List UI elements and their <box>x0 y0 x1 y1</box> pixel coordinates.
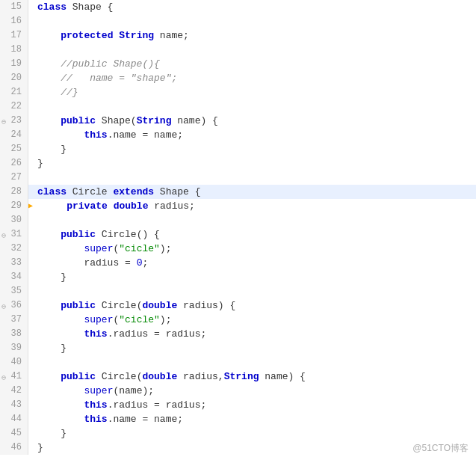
code-content: super("cicle"); <box>28 313 476 327</box>
code-row: 30 <box>0 213 476 227</box>
code-content <box>28 355 476 369</box>
line-number: 35 <box>0 284 28 298</box>
code-content: public Circle(double radius,String name)… <box>28 369 476 384</box>
line-number: 21 <box>0 85 28 99</box>
code-content: //} <box>28 85 476 99</box>
code-row: ⊖36 public Circle(double radius) { <box>0 298 476 313</box>
line-number: ⊖23 <box>0 114 28 128</box>
line-number: 24 <box>0 128 28 142</box>
code-row: 42 super(name); <box>0 384 476 398</box>
code-content <box>28 171 476 185</box>
code-row: 24 this.name = name; <box>0 128 476 142</box>
code-content: //public Shape(){ <box>28 57 476 71</box>
code-content: public Circle(double radius) { <box>28 298 476 313</box>
code-row: 25 } <box>0 142 476 156</box>
code-content: this.radius = radius; <box>28 327 476 341</box>
line-number: 16 <box>0 14 28 28</box>
line-number: 20 <box>0 71 28 85</box>
code-content: // name = "shape"; <box>28 71 476 85</box>
line-number: 28 <box>0 185 28 199</box>
code-content: } <box>28 270 476 284</box>
line-number: 37 <box>0 313 28 327</box>
line-number: 38 <box>0 327 28 341</box>
code-content: public Shape(String name) { <box>28 114 476 128</box>
line-number: 15 <box>0 0 28 14</box>
code-row: ⊖41 public Circle(double radius,String n… <box>0 369 476 384</box>
line-number: 17 <box>0 28 28 43</box>
code-content: } <box>28 142 476 156</box>
code-row: 28class Circle extends Shape { <box>0 185 476 199</box>
line-number: ⊖31 <box>0 227 28 242</box>
code-content <box>28 284 476 298</box>
line-number: 26 <box>0 156 28 171</box>
code-row: 27 <box>0 171 476 185</box>
code-content <box>28 14 476 28</box>
line-number: 42 <box>0 384 28 398</box>
code-row: ⊖31 public Circle() { <box>0 227 476 242</box>
line-number: ⊖36 <box>0 298 28 313</box>
code-content: super(name); <box>28 384 476 398</box>
code-row: 43 this.radius = radius; <box>0 398 476 412</box>
code-row: 19 //public Shape(){ <box>0 57 476 71</box>
code-content: this.name = name; <box>28 412 476 426</box>
code-row: 18 <box>0 43 476 57</box>
code-row: 33 radius = 0; <box>0 256 476 270</box>
code-row: 26} <box>0 156 476 171</box>
line-number: 22 <box>0 99 28 114</box>
code-row: 37 super("cicle"); <box>0 313 476 327</box>
code-row: 17 protected String name; <box>0 28 476 43</box>
line-number: 46 <box>0 441 28 455</box>
code-row: 32 super("cicle"); <box>0 242 476 256</box>
line-number: 32 <box>0 242 28 256</box>
code-row: 45 } <box>0 426 476 441</box>
code-row: 22 <box>0 99 476 114</box>
line-number: 33 <box>0 256 28 270</box>
code-content: protected String name; <box>28 28 476 43</box>
line-number: 45 <box>0 426 28 441</box>
code-row: 15class Shape { <box>0 0 476 14</box>
code-row: 44 this.name = name; <box>0 412 476 426</box>
code-row: 38 this.radius = radius; <box>0 327 476 341</box>
code-content <box>28 213 476 227</box>
arrow-indicator: ▶ <box>28 199 33 213</box>
code-content <box>28 43 476 57</box>
code-row: 40 <box>0 355 476 369</box>
code-row: 16 <box>0 14 476 28</box>
line-number: 34 <box>0 270 28 284</box>
code-content: public Circle() { <box>28 227 476 242</box>
code-content: super("cicle"); <box>28 242 476 256</box>
code-content: private double radius; <box>28 199 476 213</box>
line-number: ⊖41 <box>0 369 28 384</box>
code-content: radius = 0; <box>28 256 476 270</box>
code-row: 34 } <box>0 270 476 284</box>
code-row: 29▶ private double radius; <box>0 199 476 213</box>
line-number: 25 <box>0 142 28 156</box>
code-row: 46} <box>0 441 476 455</box>
code-content: } <box>28 341 476 355</box>
code-content: } <box>28 441 476 455</box>
code-row: 20 // name = "shape"; <box>0 71 476 85</box>
line-number: 44 <box>0 412 28 426</box>
line-number: 27 <box>0 171 28 185</box>
code-content: this.name = name; <box>28 128 476 142</box>
code-row: ⊖23 public Shape(String name) { <box>0 114 476 128</box>
line-number: 30 <box>0 213 28 227</box>
code-content: class Circle extends Shape { <box>28 185 476 199</box>
line-number: 43 <box>0 398 28 412</box>
code-content: this.radius = radius; <box>28 398 476 412</box>
code-content: } <box>28 156 476 171</box>
watermark: @51CTO博客 <box>412 441 469 456</box>
code-row: 35 <box>0 284 476 298</box>
line-number: 29 <box>0 199 28 213</box>
line-number: 19 <box>0 57 28 71</box>
line-number: 18 <box>0 43 28 57</box>
code-row: 39 } <box>0 341 476 355</box>
code-content <box>28 99 476 114</box>
line-number: 40 <box>0 355 28 369</box>
code-row: 21 //} <box>0 85 476 99</box>
code-content: class Shape { <box>28 0 476 14</box>
line-number: 39 <box>0 341 28 355</box>
code-content: } <box>28 426 476 441</box>
code-editor: 15class Shape {1617 protected String nam… <box>0 0 476 460</box>
